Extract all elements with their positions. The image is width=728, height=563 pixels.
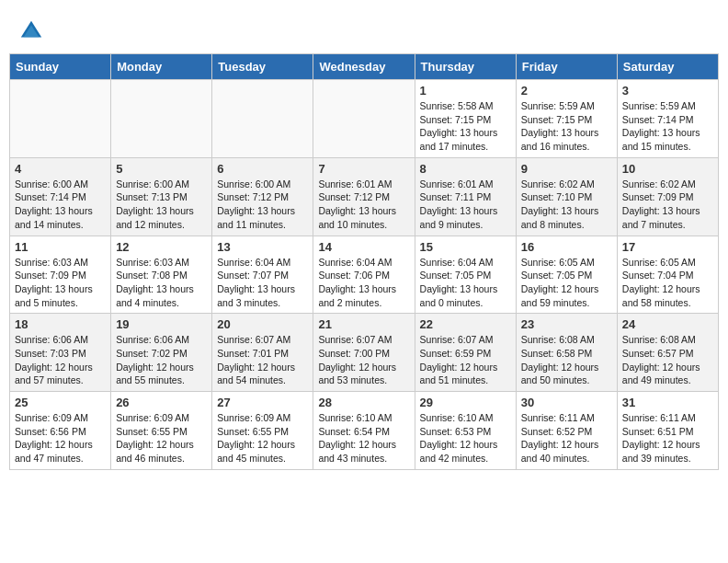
day-header-monday: Monday [111,54,212,80]
day-info: Sunrise: 6:04 AM Sunset: 7:06 PM Dayligh… [318,256,409,310]
day-info: Sunrise: 6:10 AM Sunset: 6:53 PM Dayligh… [420,411,511,465]
day-header-sunday: Sunday [10,54,111,80]
day-info: Sunrise: 6:04 AM Sunset: 7:05 PM Dayligh… [420,256,511,310]
calendar-week-row: 4Sunrise: 6:00 AM Sunset: 7:14 PM Daylig… [10,157,719,236]
calendar-cell: 22Sunrise: 6:07 AM Sunset: 6:59 PM Dayli… [415,314,516,392]
day-info: Sunrise: 6:07 AM Sunset: 6:59 PM Dayligh… [420,333,511,387]
day-number: 16 [521,240,612,254]
calendar-cell: 13Sunrise: 6:04 AM Sunset: 7:07 PM Dayli… [212,236,313,314]
day-number: 29 [420,396,511,409]
calendar-cell: 11Sunrise: 6:03 AM Sunset: 7:09 PM Dayli… [10,236,111,314]
calendar-cell: 20Sunrise: 6:07 AM Sunset: 7:01 PM Dayli… [212,314,313,392]
day-info: Sunrise: 6:03 AM Sunset: 7:09 PM Dayligh… [15,256,106,310]
page-header [9,9,719,49]
calendar-cell: 24Sunrise: 6:08 AM Sunset: 6:57 PM Dayli… [617,314,718,392]
day-info: Sunrise: 6:11 AM Sunset: 6:51 PM Dayligh… [622,411,713,465]
calendar-cell: 21Sunrise: 6:07 AM Sunset: 7:00 PM Dayli… [313,314,415,392]
day-info: Sunrise: 6:06 AM Sunset: 7:03 PM Dayligh… [15,333,106,387]
calendar-cell: 3Sunrise: 5:59 AM Sunset: 7:14 PM Daylig… [617,80,718,158]
calendar-cell: 14Sunrise: 6:04 AM Sunset: 7:06 PM Dayli… [313,236,415,314]
day-number: 27 [217,396,308,409]
calendar-cell: 1Sunrise: 5:58 AM Sunset: 7:15 PM Daylig… [415,80,516,158]
calendar-cell: 2Sunrise: 5:59 AM Sunset: 7:15 PM Daylig… [516,80,617,158]
day-info: Sunrise: 6:03 AM Sunset: 7:08 PM Dayligh… [116,256,207,310]
day-number: 25 [15,396,106,409]
calendar-week-row: 25Sunrise: 6:09 AM Sunset: 6:56 PM Dayli… [10,392,719,470]
day-info: Sunrise: 6:07 AM Sunset: 7:00 PM Dayligh… [318,333,409,387]
day-number: 6 [217,162,308,176]
day-header-wednesday: Wednesday [313,54,415,80]
day-info: Sunrise: 5:58 AM Sunset: 7:15 PM Dayligh… [420,99,511,154]
day-number: 13 [217,240,308,254]
calendar-table: SundayMondayTuesdayWednesdayThursdayFrid… [9,53,719,470]
calendar-cell: 28Sunrise: 6:10 AM Sunset: 6:54 PM Dayli… [313,392,415,470]
calendar-cell: 5Sunrise: 6:00 AM Sunset: 7:13 PM Daylig… [111,157,212,236]
day-number: 28 [318,396,409,409]
day-info: Sunrise: 5:59 AM Sunset: 7:15 PM Dayligh… [521,99,612,154]
day-number: 3 [622,84,713,98]
day-number: 31 [622,396,713,409]
calendar-cell: 4Sunrise: 6:00 AM Sunset: 7:14 PM Daylig… [10,157,111,236]
calendar-cell: 25Sunrise: 6:09 AM Sunset: 6:56 PM Dayli… [10,392,111,470]
calendar-week-row: 18Sunrise: 6:06 AM Sunset: 7:03 PM Dayli… [10,314,719,392]
day-number: 19 [116,317,207,331]
day-number: 23 [521,317,612,331]
calendar-header-row: SundayMondayTuesdayWednesdayThursdayFrid… [10,54,719,80]
day-info: Sunrise: 6:00 AM Sunset: 7:12 PM Dayligh… [217,178,308,232]
calendar-cell [212,80,313,158]
calendar-cell: 30Sunrise: 6:11 AM Sunset: 6:52 PM Dayli… [516,392,617,470]
calendar-cell [313,80,415,158]
calendar-cell: 26Sunrise: 6:09 AM Sunset: 6:55 PM Dayli… [111,392,212,470]
day-number: 26 [116,396,207,409]
day-info: Sunrise: 6:01 AM Sunset: 7:12 PM Dayligh… [318,178,409,232]
day-info: Sunrise: 6:09 AM Sunset: 6:56 PM Dayligh… [15,411,106,465]
day-info: Sunrise: 6:10 AM Sunset: 6:54 PM Dayligh… [318,411,409,465]
day-number: 10 [622,162,713,176]
calendar-week-row: 1Sunrise: 5:58 AM Sunset: 7:15 PM Daylig… [10,80,719,158]
day-number: 17 [622,240,713,254]
calendar-cell: 7Sunrise: 6:01 AM Sunset: 7:12 PM Daylig… [313,157,415,236]
day-header-tuesday: Tuesday [212,54,313,80]
day-info: Sunrise: 6:01 AM Sunset: 7:11 PM Dayligh… [420,178,511,232]
day-number: 7 [318,162,409,176]
day-header-friday: Friday [516,54,617,80]
day-info: Sunrise: 6:02 AM Sunset: 7:10 PM Dayligh… [521,178,612,232]
day-number: 11 [15,240,106,254]
day-info: Sunrise: 6:05 AM Sunset: 7:05 PM Dayligh… [521,256,612,310]
day-number: 21 [318,317,409,331]
calendar-cell: 10Sunrise: 6:02 AM Sunset: 7:09 PM Dayli… [617,157,718,236]
day-info: Sunrise: 6:09 AM Sunset: 6:55 PM Dayligh… [116,411,207,465]
calendar-week-row: 11Sunrise: 6:03 AM Sunset: 7:09 PM Dayli… [10,236,719,314]
day-number: 4 [15,162,106,176]
day-number: 20 [217,317,308,331]
day-info: Sunrise: 6:02 AM Sunset: 7:09 PM Dayligh… [622,178,713,232]
day-info: Sunrise: 6:04 AM Sunset: 7:07 PM Dayligh… [217,256,308,310]
day-number: 24 [622,317,713,331]
day-number: 22 [420,317,511,331]
calendar-cell: 8Sunrise: 6:01 AM Sunset: 7:11 PM Daylig… [415,157,516,236]
calendar-cell: 12Sunrise: 6:03 AM Sunset: 7:08 PM Dayli… [111,236,212,314]
calendar-cell: 23Sunrise: 6:08 AM Sunset: 6:58 PM Dayli… [516,314,617,392]
day-info: Sunrise: 6:11 AM Sunset: 6:52 PM Dayligh… [521,411,612,465]
day-info: Sunrise: 6:09 AM Sunset: 6:55 PM Dayligh… [217,411,308,465]
logo [18,18,46,44]
calendar-cell: 9Sunrise: 6:02 AM Sunset: 7:10 PM Daylig… [516,157,617,236]
day-number: 15 [420,240,511,254]
calendar-cell [10,80,111,158]
calendar-cell: 6Sunrise: 6:00 AM Sunset: 7:12 PM Daylig… [212,157,313,236]
day-header-saturday: Saturday [617,54,718,80]
day-number: 8 [420,162,511,176]
calendar-cell: 18Sunrise: 6:06 AM Sunset: 7:03 PM Dayli… [10,314,111,392]
day-number: 5 [116,162,207,176]
calendar-cell: 15Sunrise: 6:04 AM Sunset: 7:05 PM Dayli… [415,236,516,314]
day-number: 9 [521,162,612,176]
day-info: Sunrise: 6:00 AM Sunset: 7:14 PM Dayligh… [15,178,106,232]
day-header-thursday: Thursday [415,54,516,80]
calendar-cell: 19Sunrise: 6:06 AM Sunset: 7:02 PM Dayli… [111,314,212,392]
day-info: Sunrise: 6:07 AM Sunset: 7:01 PM Dayligh… [217,333,308,387]
day-info: Sunrise: 5:59 AM Sunset: 7:14 PM Dayligh… [622,99,713,154]
logo-icon [18,18,44,44]
calendar-cell: 16Sunrise: 6:05 AM Sunset: 7:05 PM Dayli… [516,236,617,314]
day-info: Sunrise: 6:08 AM Sunset: 6:57 PM Dayligh… [622,333,713,387]
day-info: Sunrise: 6:05 AM Sunset: 7:04 PM Dayligh… [622,256,713,310]
